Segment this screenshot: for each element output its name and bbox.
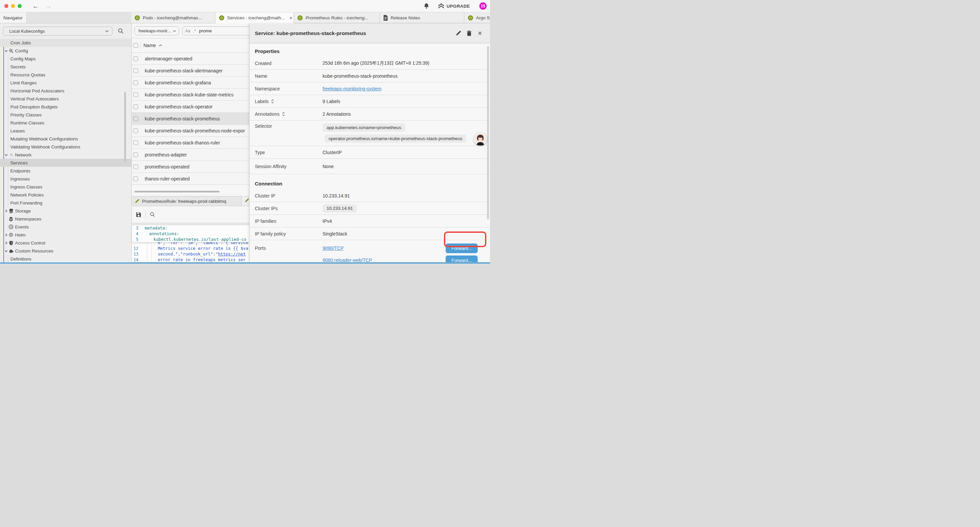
sidebar-item-secrets[interactable]: Secrets [0,63,131,71]
row-checkbox[interactable] [134,177,138,181]
table-row-kube-prometheus-stack-operator[interactable]: kube-prometheus-stack-operator [132,101,249,113]
minimize-window-button[interactable] [11,4,15,8]
sidebar-scrollbar[interactable] [124,92,126,162]
avatar[interactable] [474,133,487,145]
table-row-prometheus-adapter[interactable]: prometheus-adapter [132,149,249,161]
sort-ascending-icon[interactable] [159,45,162,46]
table-row-kube-prometheus-stack-grafana[interactable]: kube-prometheus-stack-grafana [132,77,249,89]
yaml-editor[interactable]: 3metadata:4annotations:5kubectl.kubernet… [132,225,249,263]
row-checkbox[interactable] [134,128,138,133]
close-tab-icon[interactable]: × [290,15,293,21]
tab-release-notes[interactable]: Release Notes [380,12,464,23]
close-panel-icon[interactable]: × [478,30,482,37]
tab-prometheus-rules[interactable]: Prometheus Rules - icecheng... [294,12,380,23]
port-link[interactable]: 8080:reloader-web/TCP [323,258,372,263]
sidebar-item-leases[interactable]: Leases [0,127,131,135]
table-row-kube-prometheus-stack-prometheus-node-expor[interactable]: kube-prometheus-stack-prometheus-node-ex… [132,125,249,137]
row-checkbox[interactable] [134,164,138,169]
sidebar-item-services[interactable]: Services [0,159,131,167]
sidebar-item-events[interactable]: Events [0,223,131,231]
sidebar-item-network[interactable]: ↑↓Network [0,151,131,159]
sidebar-item-helm[interactable]: Helm [0,231,131,239]
detail-scrollbar[interactable] [487,46,489,220]
sidebar-item-definitions[interactable]: Definitions [0,255,131,263]
editor-tab-prometheusrule[interactable]: PrometheusRule: freeleaps-prod-rabbitmq [132,196,242,206]
row-checkbox[interactable] [134,92,138,97]
row-checkbox[interactable] [134,116,138,121]
sidebar-item-cron-jobs[interactable]: Cron Jobs [0,39,131,47]
row-checkbox[interactable] [134,153,138,157]
table-row-prometheus-operated[interactable]: prometheus-operated [132,161,249,173]
sidebar-item-access-control[interactable]: Access Control [0,239,131,247]
sidebar-item-port-forwarding[interactable]: Port Forwarding [0,199,131,207]
port-link[interactable]: 9090/TCP [323,245,344,251]
match-case-toggle[interactable]: Aa [185,29,190,33]
tab-services[interactable]: Services - icecheng@math... × [215,12,294,23]
sidebar-item-validating-webhook-configurations[interactable]: Validating Webhook Configurations [0,143,131,151]
namespace-link[interactable]: freeleaps-monitoring-system [323,86,382,91]
name-column-header[interactable]: Name [143,43,156,48]
chevron-down-icon[interactable] [5,49,8,53]
sidebar-item-vertical-pod-autoscalers[interactable]: Vertical Pod Autoscalers [0,95,131,103]
delete-trash-icon[interactable] [467,30,472,36]
table-row-kube-prometheus-stack-thanos-ruler[interactable]: kube-prometheus-stack-thanos-ruler [132,137,249,149]
sort-updown-icon[interactable] [271,99,274,103]
sidebar-item-horizontal-pod-autoscalers[interactable]: Horizontal Pod Autoscalers [0,87,131,95]
list-search-box[interactable]: Aa .* [182,26,253,35]
chevron-down-icon[interactable] [5,250,8,253]
kubeconfig-selector[interactable]: Local Kubeconfigs [3,27,112,36]
chevron-right-icon[interactable] [5,234,8,236]
sort-updown-icon[interactable] [282,112,285,116]
tab-pods[interactable]: Pods - icecheng@mathmas... [131,12,215,23]
inline-url-link[interactable]: https://net [218,252,246,256]
sidebar-item-namespaces[interactable]: Namespaces [0,215,131,223]
sidebar-item-runtime-classes[interactable]: Runtime Classes [0,119,131,127]
sidebar-item-config[interactable]: Config [0,47,131,55]
table-row-kube-prometheus-stack-prometheus[interactable]: kube-prometheus-stack-prometheus [132,113,249,125]
chevron-right-icon[interactable] [5,209,8,212]
save-icon[interactable] [136,212,142,218]
notification-bell-icon[interactable] [424,3,429,9]
forward-button[interactable]: Forward... [445,255,478,263]
chevron-down-icon[interactable] [5,153,8,156]
table-row-kube-prometheus-stack-alertmanager[interactable]: kube-prometheus-stack-alertmanager [132,65,249,77]
sidebar-search-icon[interactable] [118,28,124,34]
regex-toggle[interactable]: .* [193,29,196,33]
editor-tab-next-partial[interactable] [242,196,249,206]
chevron-right-icon[interactable] [5,242,8,245]
sidebar-item-limit-ranges[interactable]: Limit Ranges [0,79,131,87]
sidebar-item-resource-quotas[interactable]: Resource Quotas [0,71,131,79]
table-row-thanos-ruler-operated[interactable]: thanos-ruler-operated [132,173,249,185]
row-checkbox[interactable] [134,80,138,85]
horizontal-scrollbar[interactable] [134,191,220,193]
sidebar-item-endpoints[interactable]: Endpoints [0,167,131,175]
sidebar-item-storage[interactable]: Storage [0,207,131,215]
table-row-alertmanager-operated[interactable]: alertmanager-operated [132,53,249,65]
sidebar-item-mutating-webhook-configurations[interactable]: Mutating Webhook Configurations [0,135,131,143]
sidebar-item-network-policies[interactable]: Network Policies [0,191,131,199]
navigator-tab[interactable]: Navigator [0,12,27,23]
sidebar-item-ingresses[interactable]: Ingresses [0,175,131,183]
row-checkbox[interactable] [134,140,138,145]
zoom-window-button[interactable] [18,4,22,8]
select-all-checkbox[interactable] [134,43,138,48]
editor-search-icon[interactable] [150,212,155,217]
notification-count-badge[interactable]: 15 [479,2,487,10]
upgrade-button[interactable]: UPGRADE [438,3,470,9]
row-checkbox[interactable] [134,56,138,61]
namespace-filter-dropdown[interactable]: freeleaps-monitoring-system [134,26,179,35]
sidebar-item-config-maps[interactable]: Config Maps [0,55,131,63]
search-input[interactable] [199,29,236,33]
row-checkbox[interactable] [134,104,138,109]
tab-argo[interactable]: Argo Se [464,12,490,23]
table-row-kube-prometheus-stack-kube-state-metrics[interactable]: kube-prometheus-stack-kube-state-metrics [132,89,249,101]
close-window-button[interactable] [4,4,8,8]
forward-button[interactable]: → [45,3,52,10]
sidebar-item-priority-classes[interactable]: Priority Classes [0,111,131,119]
sidebar-item-pod-disruption-budgets[interactable]: Pod Disruption Budgets [0,103,131,111]
sidebar-item-custom-resources[interactable]: Custom Resources [0,247,131,255]
row-checkbox[interactable] [134,68,138,73]
edit-pencil-icon[interactable] [456,30,461,36]
sidebar-item-ingress-classes[interactable]: Ingress Classes [0,183,131,191]
back-button[interactable]: ← [32,3,39,10]
